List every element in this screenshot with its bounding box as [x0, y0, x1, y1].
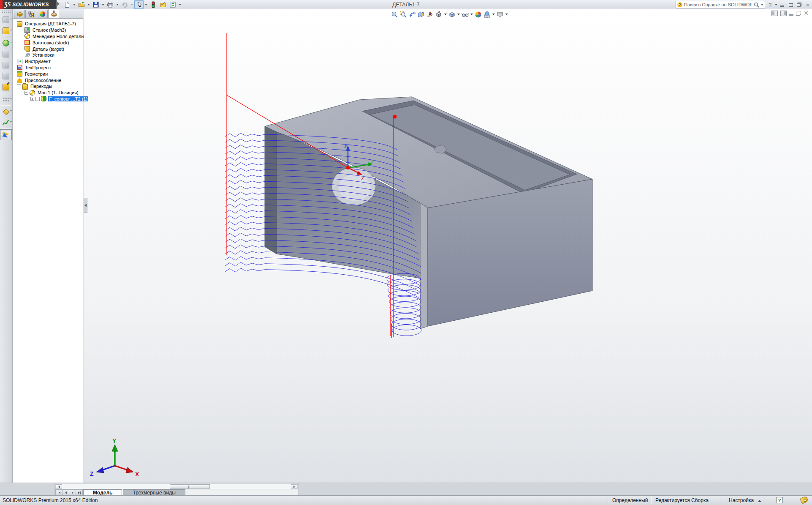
tree-item-tool[interactable]: Инструмент	[14, 58, 82, 65]
display-style-button[interactable]	[448, 10, 456, 19]
new-button[interactable]	[62, 0, 72, 9]
stock-definition-button[interactable]	[0, 25, 12, 36]
tree-item-contour[interactable]: F_contour ...T2 (1)	[14, 96, 82, 102]
design-checker-dropdown[interactable]	[178, 0, 182, 9]
curve-feature-button[interactable]	[0, 117, 12, 128]
apply-scene-dropdown[interactable]	[492, 10, 496, 19]
toolpath-mode-button[interactable]	[0, 129, 12, 140]
tree-item-fixture[interactable]: Приспособление	[14, 77, 82, 83]
save-floppy-icon	[92, 1, 99, 8]
scroll-left-button[interactable]	[56, 484, 62, 489]
tab-cam-manager[interactable]	[48, 9, 59, 18]
wrench-icon	[24, 52, 30, 58]
save-button[interactable]	[91, 0, 100, 9]
rotate-view-button[interactable]: A	[426, 10, 435, 19]
tab-configuration-manager[interactable]	[37, 10, 48, 18]
new-dropdown[interactable]	[72, 0, 76, 9]
glasses-icon	[462, 11, 469, 18]
close-button[interactable]: ×	[804, 1, 811, 8]
tree-item-geometry[interactable]: Геометрии	[14, 71, 82, 77]
toolbar-grip[interactable]	[1, 10, 11, 14]
tree-item-process[interactable]: ТехПроцесс	[14, 65, 82, 71]
pattern-matrix-button[interactable]	[0, 94, 12, 105]
search-input[interactable]: Поиск в Справке по SOLIDWORKS	[684, 2, 752, 7]
part-definition-button[interactable]	[0, 38, 12, 49]
transitions-checkbox[interactable]	[17, 84, 21, 88]
define-machine-button[interactable]	[0, 14, 12, 25]
folder-icon	[22, 84, 28, 90]
pane-left-button[interactable]	[771, 11, 778, 16]
point-feature-button[interactable]	[0, 106, 12, 117]
print-button[interactable]	[106, 0, 115, 9]
display-style-dropdown[interactable]	[456, 10, 461, 19]
maximize-button[interactable]	[787, 1, 794, 8]
expand-expander[interactable]	[30, 97, 34, 101]
scroll-track[interactable]	[62, 484, 291, 489]
open-dropdown[interactable]	[87, 0, 91, 9]
undo-button[interactable]	[120, 0, 129, 9]
minimize-button[interactable]	[779, 1, 786, 8]
tree-item-stock[interactable]: Заготовка (stock)	[14, 39, 82, 46]
panel-collapse-handle[interactable]	[84, 198, 87, 213]
pane-right-button[interactable]	[780, 11, 787, 16]
save-dropdown[interactable]	[101, 0, 105, 9]
tab-property-manager[interactable]	[25, 10, 36, 18]
undo-dropdown[interactable]	[130, 0, 134, 9]
design-checker-button[interactable]	[168, 0, 177, 9]
doc-restore-icon[interactable]	[796, 11, 801, 16]
model-scene[interactable]: z y x Y Z X	[84, 9, 812, 483]
contour-checkbox[interactable]	[35, 97, 40, 101]
tag-icon[interactable]	[800, 496, 809, 504]
zoom-to-area-button[interactable]	[399, 10, 408, 19]
hide-show-dropdown[interactable]	[470, 10, 474, 19]
view-orientation-button[interactable]	[435, 10, 443, 19]
graphics-area[interactable]: z y x Y Z X	[84, 9, 812, 483]
zoom-to-fit-button[interactable]	[390, 10, 399, 19]
apply-scene-button[interactable]	[483, 10, 492, 19]
solid-feature-button[interactable]	[0, 60, 12, 71]
open-button[interactable]	[77, 0, 86, 9]
quick-tips-button[interactable]: ?	[776, 497, 783, 503]
fixture-definition-button[interactable]	[0, 82, 12, 93]
edit-appearance-button[interactable]	[474, 10, 483, 19]
menu-expand-arrow-icon[interactable]	[57, 2, 60, 6]
doc-minimize-icon[interactable]	[789, 14, 793, 16]
tab-feature-manager[interactable]	[14, 10, 25, 18]
help-search-box[interactable]: ? Поиск в Справке по SOLIDWORKS	[676, 1, 765, 8]
doc-close-icon[interactable]: ✕	[804, 11, 809, 16]
collapse-expander[interactable]	[24, 91, 28, 95]
search-dropdown[interactable]	[761, 4, 763, 5]
scroll-thumb[interactable]	[170, 484, 210, 489]
tree-item-machine[interactable]: Станок (Mach3)	[14, 27, 82, 33]
section-view-button[interactable]	[417, 10, 426, 19]
tree-item-origin-manager[interactable]: Менеджер Ноля детали	[14, 33, 82, 40]
tree-item-operation[interactable]: Операция (ДЕТАЛЬ1-7)	[14, 21, 82, 27]
interference-check-button[interactable]	[149, 0, 158, 9]
settings-button[interactable]: Настройка	[729, 497, 761, 503]
cam-feature-tree: Операция (ДЕТАЛЬ1-7) Станок (Mach3) Мене…	[13, 19, 83, 102]
zoom-to-area-icon	[400, 11, 407, 18]
view-settings-button[interactable]	[496, 10, 505, 19]
print-dropdown[interactable]	[115, 0, 119, 9]
surface-feature-button[interactable]	[0, 71, 12, 82]
select-button[interactable]	[134, 0, 144, 9]
contour-toolpath-icon	[41, 96, 46, 101]
help-button[interactable]: ?	[766, 1, 774, 8]
help-dropdown[interactable]	[775, 4, 777, 5]
restore-button[interactable]	[796, 1, 803, 8]
tree-item-target[interactable]: Деталь (target)	[14, 46, 82, 52]
tree-item-setups[interactable]: Установки	[14, 52, 82, 58]
horizontal-scrollbar[interactable]	[55, 484, 298, 489]
hide-show-items-button[interactable]	[461, 10, 470, 19]
solid-cube-icon	[3, 62, 9, 68]
view-orientation-dropdown[interactable]	[443, 10, 448, 19]
previous-view-button[interactable]	[408, 10, 417, 19]
view-settings-dropdown[interactable]	[505, 10, 509, 19]
extrude-feature-button[interactable]	[0, 49, 12, 60]
edit-note-button[interactable]	[158, 0, 168, 9]
tree-item-position[interactable]: Мас 1 (1- Позиция)	[14, 90, 82, 96]
scroll-right-button[interactable]	[291, 484, 297, 489]
select-dropdown[interactable]	[144, 0, 148, 9]
tree-item-transitions[interactable]: Переходы	[14, 83, 82, 90]
search-icon[interactable]	[754, 2, 759, 8]
